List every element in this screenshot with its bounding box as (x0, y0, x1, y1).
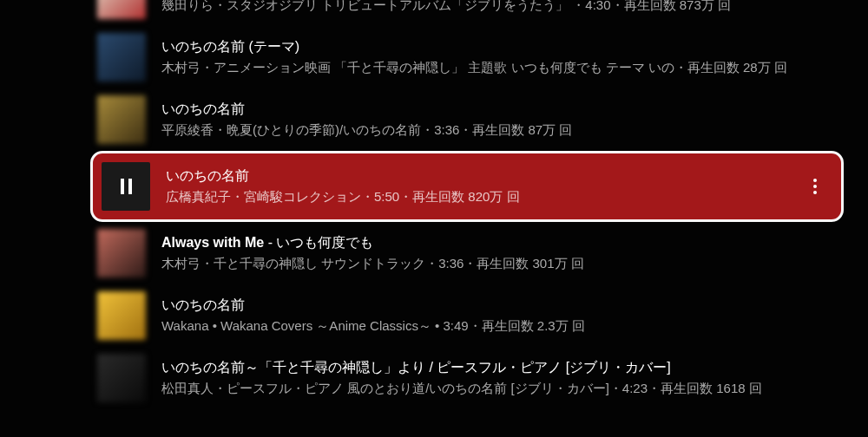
track-title-rest: - いつも何度でも (264, 235, 373, 250)
thumbnail (97, 354, 146, 402)
track-row[interactable]: いのちの名前 Wakana • Wakana Covers ～Anime Cla… (97, 284, 868, 347)
track-row[interactable]: いのちの名前～「千と千尋の神隠し」より / ピースフル・ピアノ [ジブリ・カバー… (97, 347, 868, 409)
thumbnail (97, 33, 146, 82)
track-title-main: Always with Me (161, 235, 264, 250)
track-row[interactable]: いのちの名前 幾田りら・スタジオジブリ トリビュートアルバム「ジブリをうたう」 … (97, 0, 868, 26)
track-subtitle: Wakana • Wakana Covers ～Anime Classics～ … (161, 316, 851, 336)
track-subtitle: 松田真人・ピースフル・ピアノ 風のとおり道/いのちの名前 [ジブリ・カバー]・4… (161, 379, 851, 398)
track-subtitle: 幾田りら・スタジオジブリ トリビュートアルバム「ジブリをうたう」 ・4:30・再… (161, 0, 851, 15)
track-title: いのちの名前 (テーマ) (161, 37, 851, 56)
track-title: いのちの名前 (161, 100, 851, 119)
thumbnail (97, 95, 146, 144)
track-title: いのちの名前～「千と千尋の神隠し」より / ピースフル・ピアノ [ジブリ・カバー… (161, 358, 851, 377)
track-meta: いのちの名前 幾田りら・スタジオジブリ トリビュートアルバム「ジブリをうたう」 … (161, 0, 851, 15)
track-title: いのちの名前 (161, 296, 851, 315)
track-row[interactable]: Always with Me - いつも何度でも 木村弓・千と千尋の神隠し サウ… (97, 222, 868, 284)
pause-icon (121, 179, 132, 194)
track-row-active[interactable]: いのちの名前 広橋真紀子・宮崎駿コレクション・5:50・再生回数 820万 回 (90, 151, 844, 222)
track-meta: いのちの名前 (テーマ) 木村弓・アニメーション映画 「千と千尋の神隠し」 主題… (161, 37, 851, 77)
track-subtitle: 平原綾香・晩夏(ひとりの季節)/いのちの名前・3:36・再生回数 87万 回 (161, 121, 851, 140)
track-meta: いのちの名前 Wakana • Wakana Covers ～Anime Cla… (161, 296, 851, 336)
track-title: Always with Me - いつも何度でも (161, 233, 851, 252)
thumbnail (97, 0, 146, 19)
track-meta: いのちの名前 広橋真紀子・宮崎駿コレクション・5:50・再生回数 820万 回 (166, 166, 794, 206)
track-meta: いのちの名前～「千と千尋の神隠し」より / ピースフル・ピアノ [ジブリ・カバー… (161, 358, 851, 398)
track-title: いのちの名前 (166, 166, 794, 186)
thumbnail-playing (102, 162, 150, 211)
track-row[interactable]: いのちの名前 (テーマ) 木村弓・アニメーション映画 「千と千尋の神隠し」 主題… (97, 26, 868, 88)
track-meta: いのちの名前 平原綾香・晩夏(ひとりの季節)/いのちの名前・3:36・再生回数 … (161, 100, 851, 140)
track-subtitle: 広橋真紀子・宮崎駿コレクション・5:50・再生回数 820万 回 (166, 187, 794, 206)
track-row[interactable]: いのちの名前 平原綾香・晩夏(ひとりの季節)/いのちの名前・3:36・再生回数 … (97, 88, 868, 151)
more-menu-button[interactable] (805, 176, 825, 197)
track-meta: Always with Me - いつも何度でも 木村弓・千と千尋の神隠し サウ… (161, 233, 851, 273)
track-list: いのちの名前 幾田りら・スタジオジブリ トリビュートアルバム「ジブリをうたう」 … (0, 0, 868, 409)
track-subtitle: 木村弓・千と千尋の神隠し サウンドトラック・3:36・再生回数 301万 回 (161, 254, 851, 273)
thumbnail (97, 229, 146, 277)
thumbnail (97, 291, 146, 340)
track-subtitle: 木村弓・アニメーション映画 「千と千尋の神隠し」 主題歌 いつも何度でも テーマ… (161, 58, 851, 77)
